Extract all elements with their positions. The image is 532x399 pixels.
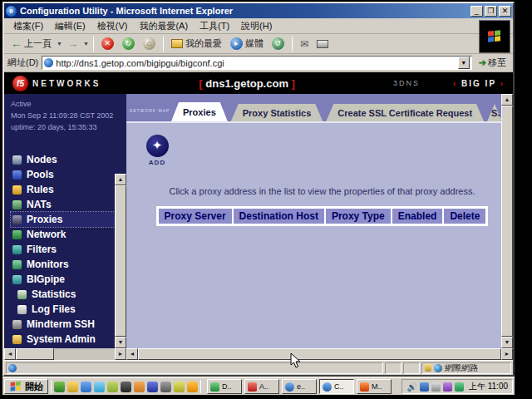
close-button[interactable]: ✕ <box>499 6 511 17</box>
menu-file[interactable]: 檔案(F) <box>7 18 49 34</box>
tab-install-ssl-certificate[interactable]: Install SSL Certif <box>487 104 502 121</box>
go-button[interactable]: ➔ 移至 <box>475 57 510 69</box>
windows-flag-icon <box>11 382 22 392</box>
minimize-button[interactable]: _ <box>470 6 483 17</box>
taskbar-app-button[interactable]: M.. <box>357 379 392 394</box>
sidebar-item-log-files[interactable]: Log Files <box>11 302 115 317</box>
quick-launch-icon[interactable] <box>81 382 91 392</box>
sidebar-item-mindterm-ssh[interactable]: Mindterm SSH <box>11 317 115 332</box>
home-button[interactable]: ⌂ <box>140 37 159 51</box>
tray-icon[interactable] <box>443 382 452 392</box>
address-dropdown[interactable]: ▼ <box>458 57 470 69</box>
refresh-button[interactable]: ↻ <box>119 37 138 51</box>
pools-icon <box>12 170 22 180</box>
start-button[interactable]: 開始 <box>4 379 48 394</box>
scrollbar-thumb[interactable] <box>138 348 501 360</box>
content-vertical-scrollbar[interactable]: ▲ ▼ <box>501 94 513 348</box>
column-destination-host[interactable]: Destination Host <box>234 209 324 224</box>
sidebar-vertical-scrollbar[interactable]: ▲ ▼ <box>115 174 126 348</box>
add-label: ADD <box>143 159 171 166</box>
ie-throbber-logo <box>479 20 510 53</box>
scroll-right-icon[interactable]: ► <box>501 348 513 360</box>
sidebar-item-network[interactable]: Network <box>11 227 115 242</box>
quick-launch-icon[interactable] <box>147 382 158 392</box>
maximize-button[interactable]: ❐ <box>485 6 497 17</box>
content-horizontal-scrollbar[interactable]: ◄ ► <box>126 348 513 360</box>
print-button[interactable] <box>313 39 332 49</box>
forward-button[interactable]: → <box>64 37 81 51</box>
quick-launch-icon[interactable] <box>160 382 171 392</box>
status-message-area <box>6 362 383 374</box>
history-button[interactable]: ↺ <box>268 37 288 51</box>
quick-launch-icon[interactable] <box>54 382 65 392</box>
favorites-button[interactable]: 我的最愛 <box>168 37 225 51</box>
menu-edit[interactable]: 編輯(E) <box>49 18 91 34</box>
tab-proxies[interactable]: Proxies <box>171 102 228 121</box>
taskbar-app-buttons: D.. A.. e.. C.. M.. <box>204 379 399 394</box>
menu-help[interactable]: 說明(H) <box>235 18 278 34</box>
sidebar-item-bigpipe[interactable]: BIGpipe <box>11 272 115 287</box>
tray-icon[interactable] <box>420 382 429 392</box>
tab-create-ssl-certificate-request[interactable]: Create SSL Certificate Request <box>326 104 484 121</box>
taskbar-app-button[interactable]: D.. <box>207 379 242 394</box>
sidebar-item-rules[interactable]: Rules <box>11 182 115 197</box>
tab-proxy-statistics[interactable]: Proxy Statistics <box>231 104 323 121</box>
scroll-down-icon[interactable]: ▼ <box>115 337 126 348</box>
scroll-up-icon[interactable]: ▲ <box>501 94 513 106</box>
scroll-left-icon[interactable]: ◄ <box>126 348 138 360</box>
column-enabled[interactable]: Enabled <box>392 209 443 224</box>
network-map-button[interactable]: NETWORK MAP <box>128 101 171 116</box>
media-icon: ▸ <box>230 37 243 50</box>
sidebar-item-pools[interactable]: Pools <box>11 167 115 182</box>
sidebar-item-system-admin[interactable]: System Admin <box>11 332 115 347</box>
app-label: D.. <box>222 382 232 391</box>
quick-launch-icon[interactable] <box>121 382 131 392</box>
sidebar-horizontal-scrollbar[interactable]: ◄ ► <box>4 348 126 360</box>
taskbar-app-button-active[interactable]: C.. <box>319 379 354 394</box>
quick-launch-icon[interactable] <box>94 382 105 392</box>
quick-launch-icon[interactable] <box>174 382 185 392</box>
taskbar-app-button[interactable]: A.. <box>244 379 279 394</box>
menu-favorites[interactable]: 我的最愛(A) <box>133 18 194 34</box>
quick-launch-icon[interactable] <box>134 382 145 392</box>
sidebar-item-filters[interactable]: Filters <box>11 242 115 257</box>
sidebar-item-nats[interactable]: NATs <box>11 197 115 212</box>
media-button[interactable]: ▸ 媒體 <box>227 37 267 51</box>
column-proxy-type[interactable]: Proxy Type <box>326 209 391 224</box>
quick-launch-icon[interactable] <box>187 382 198 392</box>
menu-tools[interactable]: 工具(T) <box>194 18 235 34</box>
menu-view[interactable]: 檢視(V) <box>91 18 134 34</box>
sidebar-item-proxies[interactable]: Proxies <box>11 212 115 227</box>
proxies-icon <box>12 215 22 224</box>
back-button[interactable]: ← 上一頁 <box>7 37 55 51</box>
column-delete[interactable]: Delete <box>444 209 485 224</box>
scroll-down-icon[interactable]: ▼ <box>501 337 513 348</box>
toolbar-separator <box>292 37 293 52</box>
forward-dropdown[interactable]: ▼ <box>83 41 89 47</box>
status-uptime: uptime: 20 days, 15:35:33 <box>11 122 115 132</box>
scroll-left-icon[interactable]: ◄ <box>4 348 16 360</box>
taskbar-app-button[interactable]: e.. <box>282 379 317 394</box>
display-tray-icon[interactable] <box>431 382 441 392</box>
sidebar-item-nodes[interactable]: Nodes <box>11 152 115 167</box>
scroll-up-icon[interactable]: ▲ <box>115 174 126 185</box>
column-proxy-server[interactable]: Proxy Server <box>159 209 232 224</box>
add-proxy-button[interactable]: ✦ ADD <box>143 135 171 166</box>
mail-button[interactable]: ✉ <box>297 37 312 51</box>
scrollbar-thumb[interactable] <box>501 106 513 337</box>
sidebar-item-label: NATs <box>27 199 52 210</box>
scrollbar-thumb[interactable] <box>16 348 54 360</box>
scrollbar-thumb[interactable] <box>115 185 126 337</box>
back-dropdown[interactable]: ▼ <box>57 41 62 47</box>
stop-button[interactable]: ✕ <box>98 37 117 51</box>
quick-launch-icon[interactable] <box>107 382 118 392</box>
address-input[interactable] <box>56 58 458 68</box>
go-arrow-icon: ➔ <box>479 57 486 68</box>
sidebar-item-statistics[interactable]: Statistics <box>11 287 115 302</box>
quick-launch-icon[interactable] <box>67 382 78 392</box>
volume-icon[interactable]: 🔊 <box>406 382 416 392</box>
tray-icon[interactable] <box>455 382 464 392</box>
sidebar-item-monitors[interactable]: Monitors <box>11 257 115 272</box>
hostname-banner: [ dns1.getop.com ] <box>101 77 393 90</box>
scroll-right-icon[interactable]: ► <box>115 348 126 360</box>
